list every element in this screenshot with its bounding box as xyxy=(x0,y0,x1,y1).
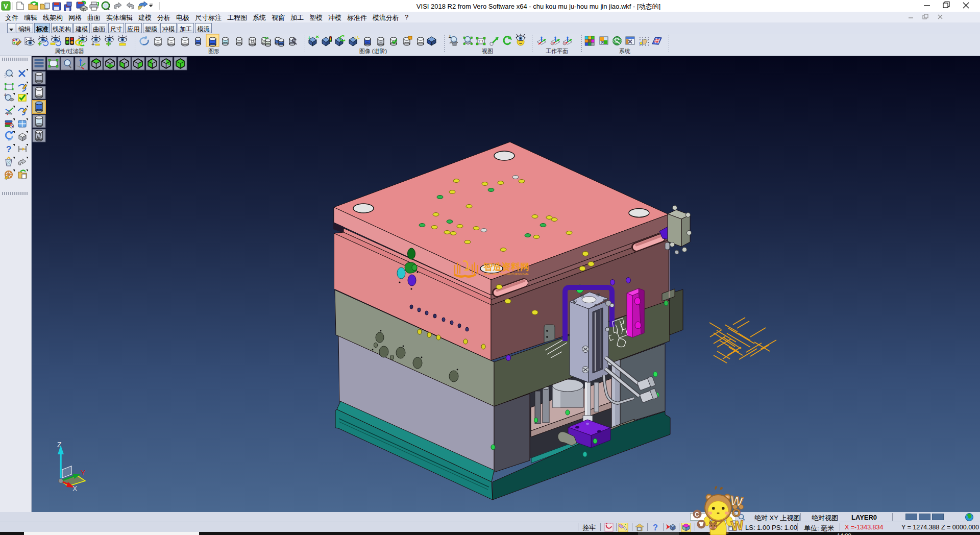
svg-text:INTELLIGENT MANUFACTURING DATA: INTELLIGENT MANUFACTURING DATA xyxy=(484,273,529,276)
svg-text:?: ? xyxy=(6,144,11,154)
svg-text:±: ± xyxy=(449,34,451,39)
svg-text:Z: Z xyxy=(57,441,62,449)
svg-text:?: ? xyxy=(653,523,658,532)
svg-text:V: V xyxy=(4,3,8,10)
svg-text:+: + xyxy=(38,40,42,47)
svg-text:Y: Y xyxy=(81,469,86,477)
svg-text:+/-: +/- xyxy=(354,35,360,41)
svg-text:X: X xyxy=(72,484,78,493)
svg-text:+: + xyxy=(91,41,94,47)
svg-text:+: + xyxy=(308,35,311,41)
svg-text:+: + xyxy=(106,39,111,48)
svg-text:1:1: 1:1 xyxy=(478,39,484,43)
svg-text:智造资料网: 智造资料网 xyxy=(483,262,529,272)
svg-text:C: C xyxy=(695,511,699,518)
svg-text:W: W xyxy=(730,517,745,533)
